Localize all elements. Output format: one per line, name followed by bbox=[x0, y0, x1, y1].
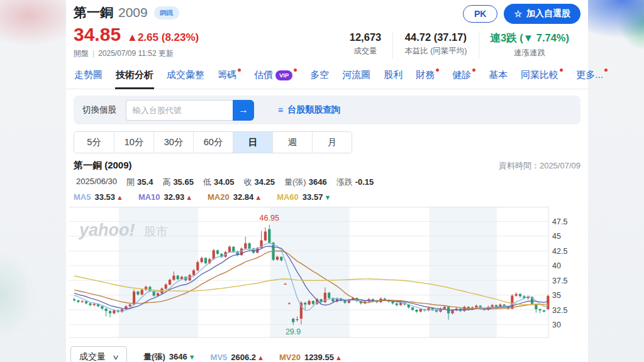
nav-tab-chips[interactable]: 籌碼 bbox=[217, 64, 242, 89]
stock-search-bar: 切換個股 → ≡ 台股類股查詢 bbox=[74, 96, 580, 124]
stock-code-input[interactable] bbox=[126, 100, 233, 121]
volume-label: MV5 bbox=[211, 353, 228, 362]
volume-value: 1239.55 bbox=[304, 353, 334, 362]
ohlc-value: 35.4 bbox=[137, 177, 153, 187]
current-price: 34.85 bbox=[74, 24, 121, 45]
candlestick-chart[interactable]: 47.54542.54037.53532.530yahoo!股市46.9529.… bbox=[69, 207, 588, 344]
price-row: 34.85 ▲2.65 (8.23%) bbox=[74, 24, 199, 45]
nav-tab-river-chart[interactable]: 河流圖 bbox=[341, 64, 371, 89]
volume-label: 量(張) bbox=[143, 352, 165, 361]
nav-tab-basics[interactable]: 基本 bbox=[488, 64, 508, 89]
header-stat-2: 連3跌 (▼ 7.74%)連漲連跌 bbox=[479, 31, 580, 58]
stat-value: 44.72 (37.17) bbox=[404, 31, 467, 43]
ohlc-label: 漲跌 bbox=[336, 177, 353, 187]
stat-label: 成交量 bbox=[350, 46, 381, 57]
period-tab-week[interactable]: 週 bbox=[272, 132, 312, 153]
ohlc-item-0: 2025/06/30 bbox=[74, 177, 117, 188]
up-triangle-icon: ▲ bbox=[257, 354, 264, 361]
indicator-select[interactable]: 成交量 ∨ bbox=[70, 346, 127, 362]
svg-text:47.5: 47.5 bbox=[552, 217, 567, 226]
ma-value: 32.84 bbox=[233, 192, 254, 202]
nav-tab-label: 財務 bbox=[416, 69, 435, 80]
add-watchlist-button[interactable]: ☆ 加入自選股 bbox=[504, 4, 580, 24]
ohlc-value: -0.15 bbox=[355, 177, 374, 187]
period-tabs: 5分10分30分60分日週月 bbox=[74, 131, 352, 153]
volume-item-mv20: MV201239.55▲ bbox=[279, 353, 342, 362]
nav-tab-financials[interactable]: 財務 bbox=[415, 64, 440, 89]
notification-dot bbox=[294, 69, 297, 72]
stock-name: 第一銅 bbox=[74, 4, 113, 21]
nav-tab-label: 同業比較 bbox=[521, 69, 558, 80]
svg-text:35: 35 bbox=[552, 291, 561, 300]
nav-tab-label: 股利 bbox=[384, 69, 402, 80]
nav-tab-trend-chart[interactable]: 走勢圖 bbox=[74, 64, 103, 89]
search-submit-button[interactable]: → bbox=[233, 100, 254, 121]
pk-button[interactable]: PK bbox=[463, 5, 497, 23]
period-tab-10m[interactable]: 10分 bbox=[114, 132, 153, 153]
ohlc-value: 34.25 bbox=[254, 177, 275, 187]
industry-badge[interactable]: 鋼鐵 bbox=[154, 6, 179, 19]
header-stat-1: 44.72 (37.17)本益比 (同業平均) bbox=[392, 31, 478, 58]
volume-row: 成交量 ∨ 量(張)3646▼MV52606.2▲MV201239.55▲ bbox=[70, 346, 580, 362]
nav-tab-label: 基本 bbox=[489, 69, 508, 80]
nav-tab-valuation[interactable]: 估價VIP bbox=[253, 64, 297, 89]
ohlc-item-6: 漲跌-0.15 bbox=[336, 177, 374, 188]
svg-text:40: 40 bbox=[552, 261, 561, 270]
ohlc-readout: 2025/06/30開35.4高35.65低34.05收34.25量(張)364… bbox=[74, 177, 580, 188]
ohlc-value: 35.65 bbox=[173, 177, 194, 187]
nav-tab-health-check[interactable]: 健診 bbox=[452, 64, 476, 89]
header-buttons: PK ☆ 加入自選股 bbox=[463, 4, 580, 24]
title-row: 第一銅 2009 鋼鐵 bbox=[74, 4, 199, 21]
data-time: 資料時間：2025/07/09 bbox=[499, 160, 580, 172]
volume-value: 3646 bbox=[169, 352, 187, 361]
volume-readout: 量(張)3646▼MV52606.2▲MV201239.55▲ bbox=[143, 351, 342, 362]
nav-tab-transactions[interactable]: 成交彙整 bbox=[166, 64, 205, 89]
up-triangle-icon: ▲ bbox=[335, 354, 342, 361]
nav-tab-label: 更多... bbox=[576, 69, 603, 80]
volume-label: MV20 bbox=[279, 353, 301, 362]
nav-tab-label: 成交彙整 bbox=[167, 69, 204, 80]
chevron-down-icon: ∨ bbox=[112, 353, 119, 361]
search-label: 切換個股 bbox=[82, 104, 116, 116]
nav-tab-label: 河流圖 bbox=[342, 69, 370, 80]
ohlc-value: 2025/06/30 bbox=[76, 177, 117, 186]
period-tab-30m[interactable]: 30分 bbox=[153, 132, 193, 153]
stock-page: 第一銅 2009 鋼鐵 34.85 ▲2.65 (8.23%) 開盤|2025/… bbox=[66, 0, 588, 362]
nav-tab-long-short[interactable]: 多空 bbox=[309, 64, 330, 89]
nav-tab-label: 技術分析 bbox=[116, 69, 153, 80]
update-time: 開盤|2025/07/09 11:52 更新 bbox=[74, 48, 199, 59]
indicator-select-label: 成交量 bbox=[79, 351, 106, 362]
notification-dot bbox=[472, 69, 475, 72]
svg-text:45: 45 bbox=[552, 232, 561, 241]
chart-title-row: 第一銅 (2009) 資料時間：2025/07/09 bbox=[74, 160, 580, 172]
nav-tab-dividend[interactable]: 股利 bbox=[383, 64, 403, 89]
ma-value: 33.57 bbox=[303, 192, 323, 202]
header-left: 第一銅 2009 鋼鐵 34.85 ▲2.65 (8.23%) 開盤|2025/… bbox=[74, 4, 199, 59]
category-search-label: 台股類股查詢 bbox=[287, 104, 340, 116]
nav-tab-more[interactable]: 更多... bbox=[575, 64, 608, 89]
list-icon: ≡ bbox=[278, 105, 283, 115]
category-search-link[interactable]: ≡ 台股類股查詢 bbox=[278, 104, 340, 116]
yahoo-watermark: yahoo! bbox=[78, 221, 135, 239]
nav-tab-technical-analysis[interactable]: 技術分析 bbox=[115, 64, 154, 89]
stat-label: 連漲連跌 bbox=[491, 48, 569, 58]
period-tab-day[interactable]: 日 bbox=[233, 132, 272, 153]
up-triangle-icon: ▲ bbox=[255, 194, 262, 201]
up-triangle-icon: ▲ bbox=[127, 31, 138, 43]
volume-item-: 量(張)3646▼ bbox=[143, 351, 195, 362]
ohlc-item-1: 開35.4 bbox=[126, 177, 153, 188]
header: 第一銅 2009 鋼鐵 34.85 ▲2.65 (8.23%) 開盤|2025/… bbox=[66, 0, 588, 59]
ma-item-ma60: MA6033.57▼ bbox=[277, 192, 331, 202]
chart-header: 第一銅 (2009) 資料時間：2025/07/09 2025/06/30開35… bbox=[74, 160, 580, 202]
period-tab-60m[interactable]: 60分 bbox=[193, 132, 233, 153]
period-tab-5m[interactable]: 5分 bbox=[74, 132, 114, 153]
period-tab-month[interactable]: 月 bbox=[312, 132, 352, 153]
stat-label: 本益比 (同業平均) bbox=[404, 46, 467, 57]
notification-dot bbox=[604, 69, 608, 72]
svg-text:37.5: 37.5 bbox=[552, 277, 567, 285]
nav-tab-peer-comparison[interactable]: 同業比較 bbox=[520, 64, 564, 89]
notification-dot bbox=[560, 69, 563, 72]
stat-value: 連3跌 (▼ 7.74%) bbox=[491, 31, 569, 45]
divider: | bbox=[92, 49, 94, 58]
header-right: PK ☆ 加入自選股 12,673成交量44.72 (37.17)本益比 (同業… bbox=[338, 4, 580, 59]
